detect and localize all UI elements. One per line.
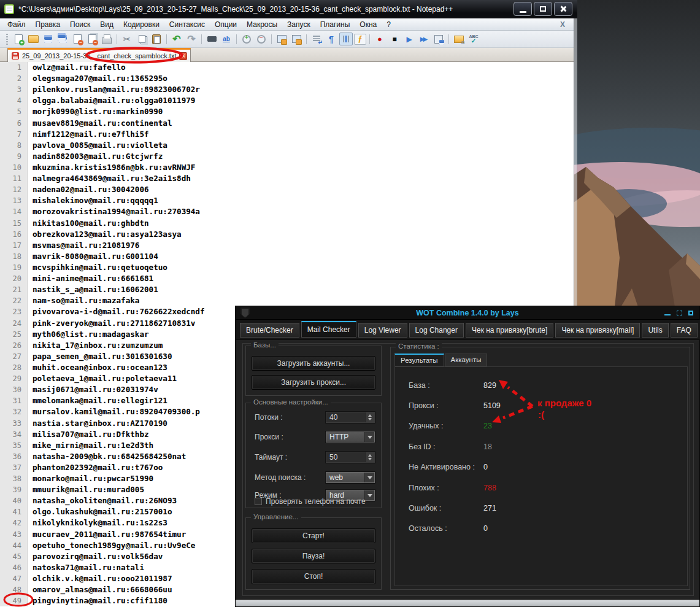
open-folder-icon[interactable] — [26, 33, 40, 45]
line-text: olchik.v.k@mail.ru:ooo21011987 — [28, 573, 172, 584]
line-text: pingvinytina@mail.ru:cfif1180 — [28, 595, 167, 606]
close-icon[interactable] — [688, 311, 693, 315]
wot-titlebar[interactable]: WOT Combine 1.4.0 by Lays — [236, 306, 699, 320]
spinner-arrows-icon[interactable] — [365, 452, 374, 462]
cut-icon[interactable]: ✂ — [120, 33, 134, 45]
close-all-icon[interactable] — [85, 33, 99, 45]
indent-guide-icon[interactable] — [339, 33, 353, 45]
sync-scroll-v-icon[interactable] — [275, 33, 288, 45]
show-symbols-icon[interactable]: ¶ — [325, 33, 338, 45]
menu-item[interactable]: Плагины — [315, 19, 355, 30]
wot-tab[interactable]: Чек на привязку[brute] — [466, 323, 553, 338]
line-number — [0, 284, 28, 295]
line-text: mike_mirni@mail.ru:1e2d3th — [28, 440, 153, 451]
menu-item[interactable]: Опции — [210, 19, 242, 30]
pause-button[interactable]: Пауза! — [252, 549, 375, 563]
menu-item[interactable]: Кодировки — [118, 19, 164, 30]
threads-spinner[interactable]: 40 — [325, 411, 375, 423]
timeout-spinner[interactable]: 50 — [325, 451, 375, 463]
dropdown-arrow-icon[interactable] — [364, 490, 374, 500]
stop-macro-icon[interactable]: ■ — [388, 33, 401, 45]
word-wrap-icon[interactable] — [310, 33, 323, 45]
zoom-in-icon[interactable] — [240, 33, 253, 45]
proxy-type-dropdown[interactable]: HTTP — [325, 431, 375, 443]
redo-icon[interactable]: ↷ — [185, 33, 198, 45]
line-number — [0, 251, 28, 262]
undo-icon[interactable]: ↶ — [170, 33, 183, 45]
wot-tab[interactable]: Log Changer — [409, 323, 464, 338]
search-method-dropdown[interactable]: web — [325, 471, 375, 484]
stat-label: Удачных : — [395, 422, 483, 430]
save-all-icon[interactable] — [56, 33, 69, 45]
load-accounts-button[interactable]: Загрузить аккаунты... — [252, 356, 375, 371]
menu-item[interactable]: Окна — [355, 19, 382, 30]
spinner-arrows-icon[interactable] — [365, 412, 374, 422]
toolbar-icon — [166, 34, 167, 44]
restore-icon[interactable] — [677, 311, 682, 315]
replace-icon[interactable]: ab — [220, 33, 233, 45]
save-icon[interactable] — [41, 33, 55, 45]
line-text: papa_semen_@mail.ru:3016301630 — [28, 351, 172, 362]
maximize-button[interactable] — [534, 2, 552, 16]
line-number — [0, 329, 28, 340]
tab-accounts[interactable]: Аккаунты — [445, 354, 488, 366]
menu-item[interactable]: Правка — [31, 19, 66, 30]
line-text: muhit.ocean@inbox.ru:ocean123 — [28, 362, 167, 373]
notepad-titlebar[interactable]: *C:\Users\админ\Desktop\Lays\25_09_2013_… — [0, 0, 577, 18]
wot-tab[interactable]: Чек на привязку[mail] — [555, 323, 640, 338]
line-number — [0, 340, 28, 351]
menu-item[interactable]: Макросы — [242, 19, 282, 30]
line-text: pavlova_0085@mail.ru:violleta — [28, 140, 167, 151]
record-macro-icon[interactable]: ● — [373, 33, 387, 45]
line-number — [0, 273, 28, 284]
tab-close-icon[interactable] — [179, 52, 187, 60]
dropdown-arrow-icon[interactable] — [364, 432, 374, 442]
function-list-icon[interactable]: ƒ — [354, 34, 366, 45]
minimize-button[interactable] — [513, 2, 532, 16]
menu-item[interactable]: ? — [382, 19, 396, 30]
paste-icon[interactable] — [150, 33, 163, 45]
close-file-icon[interactable] — [71, 33, 84, 45]
close-button[interactable] — [554, 2, 572, 16]
wot-combine-window: WOT Combine 1.4.0 by Lays Brute/CheckerM… — [235, 306, 700, 607]
play-macro-icon[interactable]: ▶ — [402, 33, 416, 45]
tab-results[interactable]: Результаты — [394, 354, 444, 366]
line-text: natasha-2009@bk.ru:68425684250nat — [28, 451, 186, 462]
document-tab[interactable]: 25_09_2013_20-15-36_cant_check_spamblock… — [7, 48, 191, 62]
menu-item[interactable]: Запуск — [282, 19, 315, 30]
find-icon[interactable] — [205, 33, 218, 45]
line-text: masij0671@mail.ru:02031974v — [28, 384, 158, 395]
menu-item[interactable]: Синтаксис — [164, 19, 210, 30]
load-proxy-button[interactable]: Загрузить прокси... — [252, 375, 375, 390]
copy-icon[interactable] — [135, 33, 148, 45]
wot-tab[interactable]: FAQ — [671, 323, 698, 338]
wot-tab[interactable]: Mail Checker — [301, 321, 356, 338]
stat-value: 18 — [483, 443, 492, 451]
save-macro-icon[interactable] — [432, 33, 445, 45]
menu-close-icon[interactable]: X — [560, 20, 565, 29]
run-macro-multi-icon[interactable]: ▶▶ — [417, 33, 431, 45]
wot-tab[interactable]: Brute/Checker — [240, 323, 299, 338]
menu-item[interactable]: Файл — [2, 19, 31, 30]
menu-item[interactable]: Вид — [95, 19, 118, 30]
plugins-icon[interactable] — [452, 33, 466, 45]
dropdown-arrow-icon[interactable] — [364, 473, 374, 482]
line-text: nadin882003@mail.ru:Gtcjwrfz — [28, 151, 163, 162]
zoom-out-icon[interactable] — [255, 33, 268, 45]
menu-item[interactable]: Поиск — [65, 19, 95, 30]
stop-button[interactable]: Стоп! — [252, 569, 375, 584]
spellcheck-icon[interactable]: ABC — [467, 33, 480, 45]
minimize-icon[interactable] — [664, 310, 671, 315]
editor-line: pavlova_0085@mail.ru:violleta — [0, 140, 574, 151]
wot-tab[interactable]: Utils — [642, 323, 668, 338]
editor-line: olgga.balabai@mail.ru:olgga01011979 — [0, 95, 574, 106]
line-number — [0, 162, 28, 173]
sync-scroll-h-icon[interactable] — [290, 33, 303, 45]
line-text: mmelomanka@mail.ru:ellegir121 — [28, 395, 167, 406]
new-file-icon[interactable] — [12, 33, 25, 45]
check-phone-checkbox[interactable] — [255, 498, 262, 505]
start-button[interactable]: Старт! — [252, 528, 375, 543]
wot-tab[interactable]: Log Viewer — [358, 323, 407, 338]
line-text: obrezkova123@mail.ru:asya123asya — [28, 229, 182, 240]
print-icon[interactable] — [100, 33, 113, 45]
